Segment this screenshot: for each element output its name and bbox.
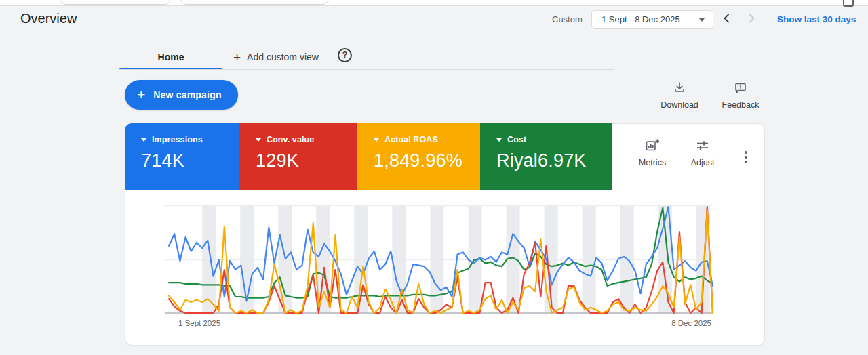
metrics-icon — [645, 143, 660, 154]
more-options-kebab-icon[interactable] — [741, 146, 751, 168]
metric-value: Riyal6.97K — [496, 150, 612, 171]
tab-divider — [119, 69, 614, 70]
add-custom-view-button[interactable]: + Add custom view — [233, 46, 319, 68]
time-series-chart — [163, 197, 719, 330]
date-mode-label: Custom — [552, 14, 583, 24]
x-axis-end-label: 8 Dec 2025 — [671, 319, 711, 327]
overview-card-panel: Impressions 714K Conv. value 129K Actual… — [125, 123, 765, 346]
adjust-label: Adjust — [681, 158, 724, 167]
feedback-label: Feedback — [718, 100, 763, 110]
metric-value: 129K — [256, 150, 357, 171]
toolbar-pill-left[interactable] — [60, 0, 171, 5]
chevron-right-icon — [746, 13, 757, 24]
toolbar-pill-right[interactable] — [180, 0, 329, 5]
dropdown-caret-icon — [699, 18, 705, 22]
download-icon — [673, 81, 686, 94]
metric-caret-icon[interactable] — [374, 138, 379, 142]
metric-label: Conv. value — [267, 135, 314, 144]
x-axis-start-label: 1 Sept 2025 — [178, 319, 220, 327]
metrics-label: Metrics — [631, 158, 674, 167]
metric-label: Actual ROAS — [384, 135, 438, 144]
download-button[interactable]: Download — [657, 81, 702, 110]
chevron-left-icon — [722, 13, 732, 24]
help-icon[interactable]: ? — [338, 48, 352, 62]
plus-icon: + — [137, 87, 145, 102]
download-label: Download — [657, 100, 702, 110]
date-range-dropdown[interactable]: 1 Sept - 8 Dec 2025 — [591, 10, 713, 29]
performance-chart[interactable] — [163, 197, 719, 330]
tab-home[interactable]: Home — [119, 46, 222, 68]
show-last-30-days-link[interactable]: Show last 30 days — [777, 14, 856, 24]
date-range-value: 1 Sept - 8 Dec 2025 — [592, 11, 713, 28]
plus-icon: + — [233, 51, 241, 64]
add-custom-view-label: Add custom view — [247, 51, 319, 62]
metric-card-actual-roas[interactable]: Actual ROAS 1,849.96% — [357, 123, 480, 190]
metric-caret-icon[interactable] — [141, 138, 146, 142]
metric-card-cost[interactable]: Cost Riyal6.97K — [480, 123, 612, 190]
metrics-button[interactable]: Metrics — [631, 139, 674, 167]
top-right-panel-icon[interactable] — [843, 0, 854, 7]
google-ads-overview-page: Overview Custom 1 Sept - 8 Dec 2025 Show… — [0, 0, 868, 355]
metric-card-conv-value[interactable]: Conv. value 129K — [239, 123, 357, 190]
adjust-sliders-icon — [696, 143, 709, 154]
metric-label: Impressions — [152, 135, 203, 144]
metric-label: Cost — [507, 135, 526, 144]
metric-caret-icon[interactable] — [256, 138, 261, 142]
new-campaign-button[interactable]: + New campaign — [125, 80, 238, 110]
page-title: Overview — [20, 11, 77, 26]
feedback-icon — [734, 81, 747, 94]
top-toolbar-strip — [0, 0, 868, 6]
metric-value: 714K — [141, 150, 239, 171]
metric-cards-bar: Impressions 714K Conv. value 129K Actual… — [125, 123, 612, 190]
metric-card-impressions[interactable]: Impressions 714K — [125, 123, 239, 190]
metric-value: 1,849.96% — [374, 150, 480, 171]
adjust-button[interactable]: Adjust — [681, 139, 724, 167]
new-campaign-label: New campaign — [153, 89, 221, 100]
metric-caret-icon[interactable] — [496, 138, 502, 142]
next-period-button[interactable] — [746, 13, 757, 24]
feedback-button[interactable]: Feedback — [718, 81, 763, 110]
chart-tools: Metrics Adjust — [613, 124, 765, 190]
previous-period-button[interactable] — [722, 13, 732, 24]
